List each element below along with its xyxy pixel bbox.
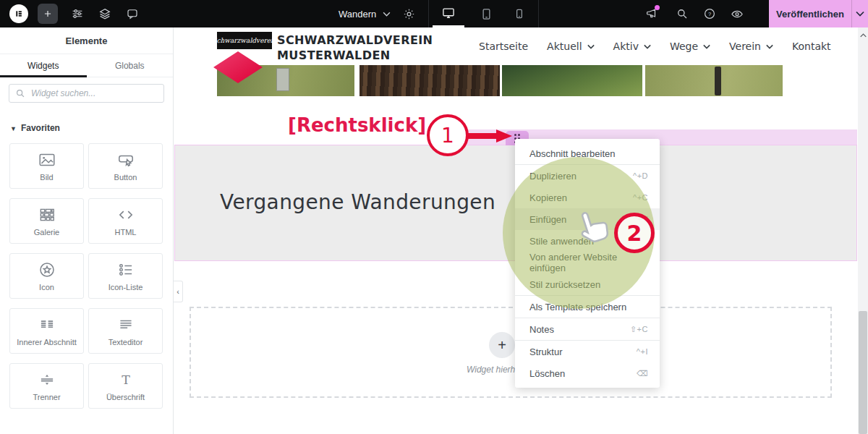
layers-icon [98, 7, 111, 20]
section-heading: Vergangene Wanderungen [220, 190, 495, 214]
site-navigation: Startseite Aktuell Aktiv Wege Verein Kon… [479, 27, 831, 65]
hero-image-hiking-path [645, 65, 783, 96]
image-icon [38, 150, 56, 169]
canvas-scrollbar[interactable] [858, 27, 868, 434]
help-button[interactable]: ? [703, 7, 716, 20]
menu-item-struktur[interactable]: Struktur^+I [515, 341, 660, 362]
structure-button[interactable] [98, 7, 111, 20]
widget-card-innerer-abschnitt[interactable]: Innerer Abschnitt [9, 308, 84, 354]
notification-dot [655, 5, 660, 10]
device-desktop-button[interactable] [433, 0, 464, 27]
mobile-icon [513, 7, 526, 20]
publish-button[interactable]: Veröffentlichen [769, 0, 851, 27]
nav-kontakt[interactable]: Kontakt [792, 41, 831, 52]
site-title: SCHWARZWALDVEREIN MUSTERWALDEN [277, 33, 433, 63]
site-logo-diamond [213, 51, 263, 84]
svg-text:T: T [122, 373, 130, 387]
scroll-up-button[interactable] [858, 30, 868, 41]
chevron-down-icon [644, 44, 651, 49]
publish-button-group: Veröffentlichen [769, 0, 868, 27]
elementor-logo-icon[interactable] [9, 4, 28, 23]
annotation-arrow-icon [467, 127, 512, 145]
topbar-divider [428, 0, 429, 27]
nav-verein[interactable]: Verein [729, 41, 773, 52]
hero-image-tree-bark [359, 65, 500, 96]
plus-icon [43, 9, 53, 19]
chevron-down-icon [383, 12, 391, 17]
widget-card-ueberschrift[interactable]: T Überschrift [88, 363, 163, 409]
icon-list-icon [116, 260, 135, 279]
add-element-button[interactable] [38, 4, 58, 24]
document-settings-button[interactable] [402, 7, 415, 20]
annotation-step1-badge: 1 [427, 114, 469, 156]
annotation-step2-badge: 2 [614, 213, 655, 253]
document-switcher[interactable]: Wandern [339, 0, 391, 27]
gallery-icon [38, 205, 56, 224]
widget-search-input[interactable] [9, 84, 164, 103]
device-tablet-button[interactable] [470, 0, 502, 27]
nav-aktuell[interactable]: Aktuell [547, 41, 594, 52]
notes-button[interactable] [126, 7, 139, 20]
desktop-icon [441, 6, 456, 20]
nav-aktiv[interactable]: Aktiv [613, 41, 651, 52]
topbar: Wandern [0, 0, 868, 27]
whats-new-button[interactable] [645, 7, 658, 20]
nav-wege[interactable]: Wege [670, 41, 710, 52]
chevron-down-icon [766, 44, 773, 49]
tablet-icon [480, 7, 493, 21]
hero-image-forest-valley [502, 65, 642, 96]
site-title-line2: MUSTERWALDEN [277, 48, 433, 63]
widget-search [9, 84, 164, 103]
search-icon [15, 88, 25, 98]
heading-icon: T [116, 370, 135, 389]
svg-text:?: ? [708, 11, 711, 17]
eye-icon [731, 7, 744, 21]
publish-options-button[interactable] [851, 0, 868, 27]
nav-startseite[interactable]: Startseite [479, 41, 528, 52]
gear-icon [403, 8, 415, 20]
panel-collapse-button[interactable]: ‹ [174, 281, 183, 302]
widget-card-icon[interactable]: Icon [9, 253, 84, 299]
site-settings-button[interactable] [71, 7, 84, 20]
device-mobile-button[interactable] [503, 0, 535, 27]
caret-down-icon: ▼ [10, 125, 17, 132]
finder-search-button[interactable] [676, 7, 689, 20]
panel-title: Elemente [0, 27, 173, 54]
elementor-editor: Wandern [0, 0, 868, 434]
search-icon [676, 7, 689, 20]
star-circle-icon [38, 260, 56, 279]
widget-card-html[interactable]: HTML [88, 198, 163, 244]
elements-panel: Elemente Widgets Globals ▼Favoriten Bild [0, 27, 174, 434]
divider-icon [38, 370, 56, 389]
site-logo-badge: Schwarzwaldverein [217, 32, 272, 49]
panel-tabs: Widgets Globals [0, 54, 173, 77]
favorites-group-toggle[interactable]: ▼Favoriten [10, 123, 60, 133]
comment-icon [126, 7, 139, 20]
widget-card-galerie[interactable]: Galerie [9, 198, 84, 244]
add-widget-button[interactable]: + [489, 332, 515, 358]
chevron-up-icon [860, 33, 867, 38]
button-widget-icon [116, 150, 135, 169]
widget-card-texteditor[interactable]: Texteditor [88, 308, 163, 354]
tab-widgets[interactable]: Widgets [0, 54, 87, 77]
menu-item-loeschen[interactable]: Löschen⌫ [515, 362, 660, 384]
preview-button[interactable] [731, 7, 744, 20]
tab-globals[interactable]: Globals [87, 54, 174, 77]
elementor-logo-glyph [13, 8, 25, 20]
annotation-rightclick-label: [Rechtsklick] [288, 114, 426, 136]
text-editor-icon [116, 315, 135, 334]
help-icon: ? [703, 7, 716, 20]
scrollbar-thumb[interactable] [859, 311, 867, 434]
site-title-line1: SCHWARZWALDVEREIN [277, 33, 433, 48]
sliders-icon [71, 7, 84, 20]
widget-card-trenner[interactable]: Trenner [9, 363, 84, 409]
topbar-divider [538, 0, 539, 27]
widget-card-bild[interactable]: Bild [9, 143, 84, 189]
document-name: Wandern [339, 9, 376, 20]
widget-card-button[interactable]: Button [88, 143, 163, 189]
chevron-down-icon [587, 44, 595, 49]
widget-grid: Bild Button Galerie HTML [9, 143, 163, 409]
widget-card-icon-liste[interactable]: Icon-Liste [88, 253, 163, 299]
menu-item-notes[interactable]: Notes⇧+C [515, 318, 660, 340]
chevron-down-icon [856, 11, 864, 17]
